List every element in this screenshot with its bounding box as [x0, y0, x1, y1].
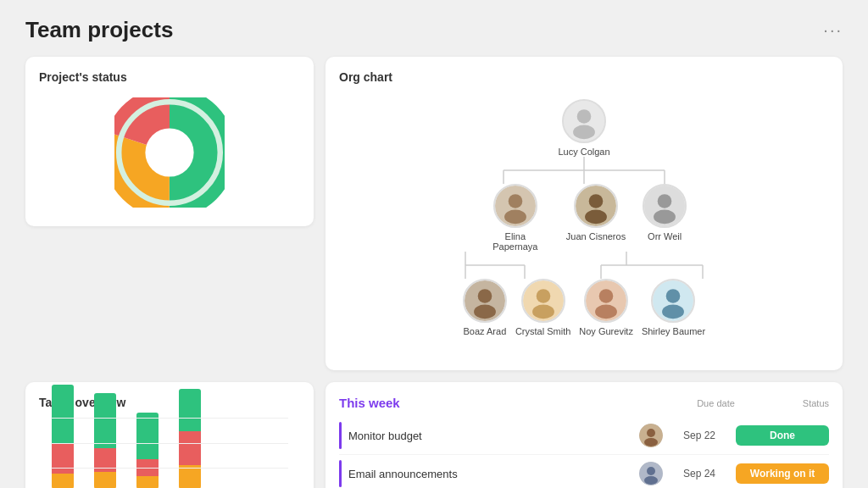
org-person-boaz: Boaz Arad	[463, 279, 507, 336]
svg-point-38	[595, 305, 617, 319]
org-person-shirley: Shirley Baumer	[642, 279, 705, 336]
col-due-header: Due date	[697, 398, 735, 408]
tasks-overview-title: Tasks overview	[39, 396, 300, 409]
svg-point-7	[573, 125, 595, 140]
org-name-crystal: Crystal Smith	[515, 326, 570, 336]
org-person-orr: Orr Weil	[643, 184, 687, 252]
org-tree: Lucy Colgan El	[339, 92, 829, 336]
org-person-noy: Noy Gurevitz	[579, 279, 633, 336]
svg-point-31	[478, 289, 492, 303]
project-status-card: Project's status	[25, 57, 314, 226]
this-week-card: This week Due date Status Monitor budget…	[326, 382, 843, 488]
bar-chart	[39, 418, 300, 488]
org-name-elina: Elina Papernaya	[481, 231, 549, 252]
org-avatar-orr	[643, 184, 687, 228]
svg-point-40	[666, 289, 681, 303]
page-title: Team projects	[25, 17, 173, 43]
task-avatar-1	[639, 424, 663, 447]
org-chart-title: Org chart	[339, 70, 829, 84]
org-name-orr: Orr Weil	[648, 231, 682, 241]
org-name-root: Lucy Colgan	[558, 147, 609, 157]
content-grid: Project's status Org chart	[25, 57, 843, 488]
org-name-boaz: Boaz Arad	[464, 326, 507, 336]
this-week-col-headers: Due date Status	[697, 398, 829, 408]
svg-point-32	[474, 305, 496, 319]
this-week-title: This week	[339, 396, 400, 410]
task-accent-2	[339, 460, 342, 487]
svg-point-37	[599, 289, 614, 303]
svg-point-58	[647, 467, 655, 475]
tasks-overview-card: Tasks overview	[25, 382, 314, 488]
svg-point-20	[658, 194, 672, 208]
svg-point-59	[644, 476, 658, 485]
org-avatar-crystal	[521, 279, 565, 323]
org-chart-card: Org chart Lucy Colgan	[326, 57, 843, 370]
svg-point-41	[663, 305, 685, 319]
org-avatar-noy	[584, 279, 628, 323]
task-status-2: Working on it	[736, 463, 829, 484]
svg-point-55	[647, 429, 655, 437]
svg-point-35	[532, 305, 554, 319]
svg-point-15	[504, 210, 526, 225]
org-name-shirley: Shirley Baumer	[642, 326, 705, 336]
bar-group-2	[93, 393, 117, 488]
this-week-header: This week Due date Status	[339, 396, 829, 410]
org-person-juan: Juan Cisneros	[566, 184, 626, 252]
svg-point-34	[536, 289, 550, 303]
task-row-2: Email announcements Sep 24 Working on it	[339, 455, 829, 488]
org-avatar-juan	[574, 184, 618, 228]
org-avatar-elina	[493, 184, 537, 228]
org-level-root: Lucy Colgan	[558, 99, 609, 157]
org-connector-1	[448, 157, 720, 184]
svg-point-6	[577, 109, 592, 124]
pie-container	[39, 92, 300, 213]
org-person-crystal: Crystal Smith	[515, 279, 570, 336]
org-name-juan: Juan Cisneros	[566, 231, 626, 241]
org-person-elina: Elina Papernaya	[481, 184, 549, 252]
svg-point-56	[644, 438, 658, 446]
main-container: Team projects ··· Project's status	[0, 0, 868, 488]
pie-chart	[114, 97, 225, 208]
page-header: Team projects ···	[25, 17, 843, 43]
org-person-root: Lucy Colgan	[558, 99, 609, 157]
org-avatar-boaz	[463, 279, 507, 323]
task-name-2: Email announcements	[348, 468, 632, 480]
svg-point-17	[589, 194, 604, 208]
bar-group-4	[178, 389, 202, 488]
task-avatar-2	[639, 462, 663, 485]
svg-point-21	[654, 210, 676, 225]
org-level-2: Boaz Arad Crystal Smith Noy Gurevitz	[463, 279, 705, 336]
org-level-1: Elina Papernaya Juan Cisneros Orr Weil	[481, 184, 687, 252]
more-options-button[interactable]: ···	[823, 20, 843, 40]
org-connector-2	[415, 252, 754, 279]
org-avatar-shirley	[651, 279, 695, 323]
svg-point-18	[585, 210, 607, 225]
col-status-header: Status	[803, 398, 829, 408]
bar-group-3	[136, 413, 159, 488]
task-name-1: Monitor budget	[348, 430, 632, 442]
task-due-1: Sep 22	[670, 430, 729, 441]
svg-point-14	[509, 194, 523, 208]
task-status-1: Done	[736, 425, 829, 446]
project-status-title: Project's status	[39, 70, 300, 84]
org-name-noy: Noy Gurevitz	[579, 326, 633, 336]
task-row-1: Monitor budget Sep 22 Done	[339, 417, 829, 455]
task-accent-1	[339, 422, 342, 449]
org-avatar-root	[562, 99, 606, 143]
svg-point-3	[145, 128, 193, 176]
task-due-2: Sep 24	[670, 468, 729, 480]
bar-group-1	[51, 385, 75, 488]
